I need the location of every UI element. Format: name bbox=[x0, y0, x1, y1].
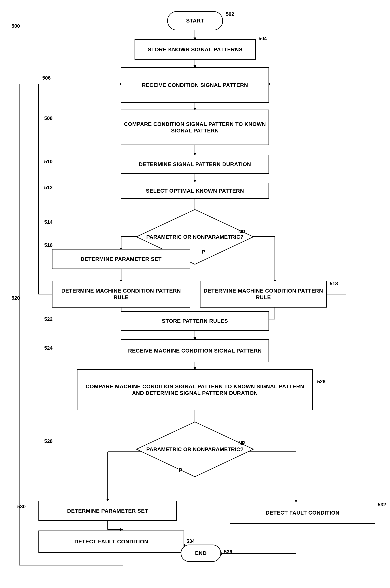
label-p2: P bbox=[179, 467, 182, 473]
label-504: 504 bbox=[258, 36, 267, 42]
label-500: 500 bbox=[11, 23, 20, 29]
label-524: 524 bbox=[44, 345, 52, 351]
label-518: 518 bbox=[330, 281, 338, 287]
determine-machine-rule-left-node: DETERMINE MACHINE CONDITION PATTERN RULE bbox=[52, 281, 190, 307]
start-node: START bbox=[167, 11, 223, 30]
label-536: 536 bbox=[224, 549, 232, 555]
end-node: END bbox=[181, 544, 221, 562]
determine-param-set2-node: DETERMINE PARAMETER SET bbox=[39, 501, 177, 521]
label-516: 516 bbox=[44, 242, 52, 248]
flowchart-diagram: 500 START 502 STORE KNOWN SIGNAL PATTERN… bbox=[0, 0, 390, 588]
determine-param-set1-node: DETERMINE PARAMETER SET bbox=[52, 249, 190, 269]
label-502: 502 bbox=[226, 11, 234, 17]
receive-machine-condition-node: RECEIVE MACHINE CONDITION SIGNAL PATTERN bbox=[121, 339, 269, 362]
label-np2: NP bbox=[238, 440, 245, 446]
detect-fault1-node: DETECT FAULT CONDITION bbox=[230, 502, 375, 524]
detect-fault2-node: DETECT FAULT CONDITION bbox=[39, 531, 184, 553]
label-530: 530 bbox=[17, 504, 26, 510]
label-p1: P bbox=[202, 249, 205, 255]
label-526: 526 bbox=[317, 379, 325, 385]
label-522: 522 bbox=[44, 316, 52, 322]
diamond1-text: PARAMETRIC OR NONPARAMETRIC? bbox=[146, 234, 244, 240]
label-534: 534 bbox=[187, 538, 195, 544]
label-532: 532 bbox=[378, 502, 386, 508]
label-510: 510 bbox=[44, 159, 52, 165]
store-known-node: STORE KNOWN SIGNAL PATTERNS bbox=[135, 39, 256, 60]
determine-duration-node: DETERMINE SIGNAL PATTERN DURATION bbox=[121, 155, 269, 174]
label-506: 506 bbox=[42, 75, 50, 81]
diamond2-text: PARAMETRIC OR NONPARAMETRIC? bbox=[146, 446, 244, 453]
compare-machine-node: COMPARE MACHINE CONDITION SIGNAL PATTERN… bbox=[77, 369, 313, 410]
svg-marker-9 bbox=[194, 180, 196, 183]
label-508: 508 bbox=[44, 115, 52, 121]
diamond2-container: PARAMETRIC OR NONPARAMETRIC? bbox=[135, 420, 255, 479]
compare-condition-node: COMPARE CONDITION SIGNAL PATTERN TO KNOW… bbox=[121, 109, 269, 145]
label-512: 512 bbox=[44, 185, 52, 191]
determine-machine-rule-right-node: DETERMINE MACHINE CONDITION PATTERN RULE bbox=[200, 281, 327, 307]
label-514: 514 bbox=[44, 219, 52, 225]
receive-condition-node: RECEIVE CONDITION SIGNAL PATTERN bbox=[121, 67, 269, 103]
label-528: 528 bbox=[44, 438, 52, 444]
store-pattern-rules-node: STORE PATTERN RULES bbox=[121, 311, 269, 331]
label-520: 520 bbox=[11, 295, 20, 301]
select-optimal-node: SELECT OPTIMAL KNOWN PATTERN bbox=[121, 183, 269, 199]
